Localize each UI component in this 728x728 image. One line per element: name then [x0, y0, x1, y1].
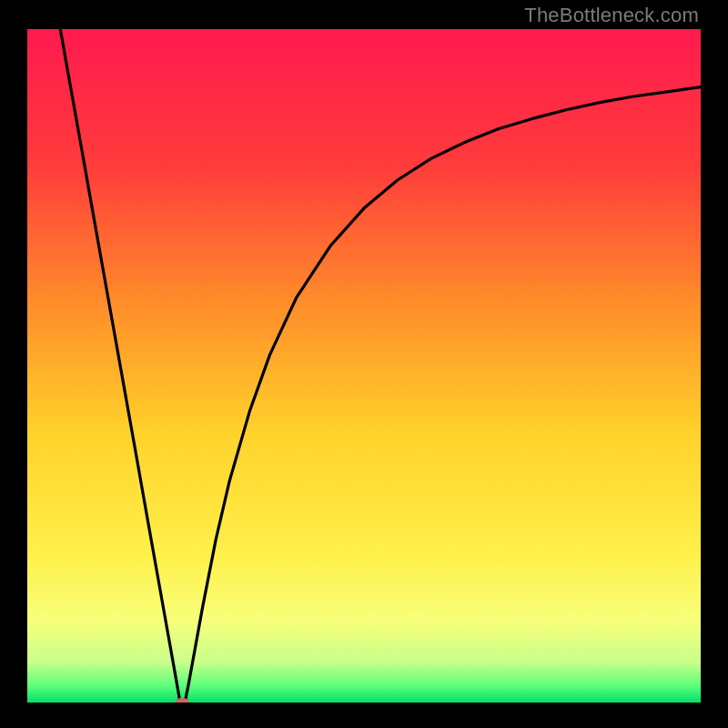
attribution-text: TheBottleneck.com [524, 4, 699, 27]
chart-frame [27, 29, 701, 703]
chart-svg [27, 29, 701, 703]
chart-background [27, 29, 701, 703]
